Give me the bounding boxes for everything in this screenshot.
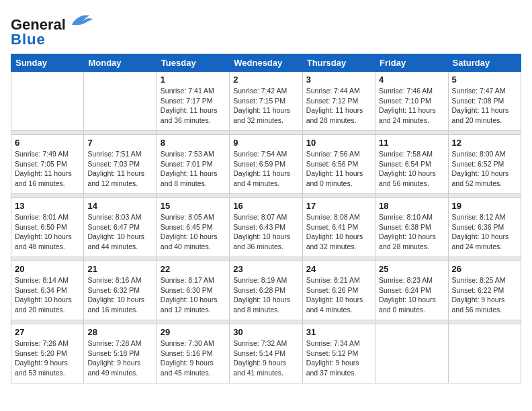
- day-number: 25: [379, 264, 444, 274]
- page-header: General Blue: [11, 11, 521, 48]
- day-number: 27: [15, 327, 80, 337]
- calendar-cell: 6Sunrise: 7:49 AMSunset: 7:05 PMDaylight…: [11, 135, 84, 194]
- calendar-cell: 16Sunrise: 8:07 AMSunset: 6:43 PMDayligh…: [230, 198, 302, 257]
- day-detail: Sunrise: 8:21 AMSunset: 6:26 PMDaylight:…: [306, 275, 371, 315]
- day-detail: Sunrise: 8:05 AMSunset: 6:45 PMDaylight:…: [161, 212, 226, 252]
- calendar-cell: 28Sunrise: 7:28 AMSunset: 5:18 PMDayligh…: [84, 324, 157, 383]
- day-number: 13: [15, 201, 80, 211]
- day-detail: Sunrise: 8:25 AMSunset: 6:22 PMDaylight:…: [452, 275, 517, 315]
- day-number: 2: [233, 75, 298, 85]
- day-number: 26: [452, 264, 517, 274]
- day-detail: Sunrise: 7:53 AMSunset: 7:01 PMDaylight:…: [161, 149, 226, 189]
- day-detail: Sunrise: 7:54 AMSunset: 6:59 PMDaylight:…: [233, 149, 298, 189]
- day-detail: Sunrise: 7:49 AMSunset: 7:05 PMDaylight:…: [15, 149, 80, 189]
- day-number: 31: [306, 327, 371, 337]
- day-detail: Sunrise: 7:56 AMSunset: 6:56 PMDaylight:…: [306, 149, 371, 189]
- calendar-cell: 8Sunrise: 7:53 AMSunset: 7:01 PMDaylight…: [157, 135, 229, 194]
- calendar-cell: 5Sunrise: 7:47 AMSunset: 7:08 PMDaylight…: [448, 72, 521, 131]
- day-number: 18: [379, 201, 444, 211]
- calendar-cell: 26Sunrise: 8:25 AMSunset: 6:22 PMDayligh…: [448, 261, 521, 320]
- col-header-wednesday: Wednesday: [230, 54, 302, 72]
- calendar-cell: 24Sunrise: 8:21 AMSunset: 6:26 PMDayligh…: [302, 261, 375, 320]
- calendar-cell: 2Sunrise: 7:42 AMSunset: 7:15 PMDaylight…: [230, 72, 302, 131]
- calendar-cell: 14Sunrise: 8:03 AMSunset: 6:47 PMDayligh…: [84, 198, 157, 257]
- week-row-0: 1Sunrise: 7:41 AMSunset: 7:17 PMDaylight…: [11, 72, 521, 131]
- day-number: 3: [306, 75, 371, 85]
- day-number: 20: [15, 264, 80, 274]
- day-number: 16: [233, 201, 298, 211]
- calendar-cell: 3Sunrise: 7:44 AMSunset: 7:12 PMDaylight…: [302, 72, 375, 131]
- day-number: 17: [306, 201, 371, 211]
- day-detail: Sunrise: 7:30 AMSunset: 5:16 PMDaylight:…: [161, 338, 226, 378]
- col-header-tuesday: Tuesday: [157, 54, 229, 72]
- week-row-3: 20Sunrise: 8:14 AMSunset: 6:34 PMDayligh…: [11, 261, 521, 320]
- col-header-monday: Monday: [84, 54, 157, 72]
- day-number: 24: [306, 264, 371, 274]
- day-detail: Sunrise: 8:07 AMSunset: 6:43 PMDaylight:…: [233, 212, 298, 252]
- calendar-cell: 9Sunrise: 7:54 AMSunset: 6:59 PMDaylight…: [230, 135, 302, 194]
- week-row-4: 27Sunrise: 7:26 AMSunset: 5:20 PMDayligh…: [11, 324, 521, 383]
- logo: General Blue: [11, 11, 94, 48]
- day-detail: Sunrise: 7:32 AMSunset: 5:14 PMDaylight:…: [233, 338, 298, 378]
- day-detail: Sunrise: 8:16 AMSunset: 6:32 PMDaylight:…: [87, 275, 152, 315]
- day-detail: Sunrise: 7:41 AMSunset: 7:17 PMDaylight:…: [161, 86, 226, 126]
- day-detail: Sunrise: 7:44 AMSunset: 7:12 PMDaylight:…: [306, 86, 371, 126]
- logo-bird-icon: [67, 11, 94, 30]
- day-number: 21: [87, 264, 152, 274]
- calendar-cell: 4Sunrise: 7:46 AMSunset: 7:10 PMDaylight…: [375, 72, 448, 131]
- day-detail: Sunrise: 7:34 AMSunset: 5:12 PMDaylight:…: [306, 338, 371, 378]
- day-detail: Sunrise: 7:51 AMSunset: 7:03 PMDaylight:…: [87, 149, 152, 189]
- logo-blue: Blue: [11, 31, 46, 48]
- day-detail: Sunrise: 8:19 AMSunset: 6:28 PMDaylight:…: [233, 275, 298, 315]
- day-detail: Sunrise: 8:03 AMSunset: 6:47 PMDaylight:…: [87, 212, 152, 252]
- calendar-cell: 20Sunrise: 8:14 AMSunset: 6:34 PMDayligh…: [11, 261, 84, 320]
- day-number: 29: [161, 327, 226, 337]
- calendar-cell: [11, 72, 84, 131]
- col-header-saturday: Saturday: [448, 54, 521, 72]
- day-number: 8: [161, 138, 226, 148]
- day-number: 12: [452, 138, 517, 148]
- col-header-sunday: Sunday: [11, 54, 84, 72]
- day-detail: Sunrise: 8:08 AMSunset: 6:41 PMDaylight:…: [306, 212, 371, 252]
- day-number: 1: [161, 75, 226, 85]
- day-number: 23: [233, 264, 298, 274]
- day-number: 11: [379, 138, 444, 148]
- calendar-cell: 25Sunrise: 8:23 AMSunset: 6:24 PMDayligh…: [375, 261, 448, 320]
- calendar-cell: 12Sunrise: 8:00 AMSunset: 6:52 PMDayligh…: [448, 135, 521, 194]
- day-detail: Sunrise: 7:26 AMSunset: 5:20 PMDaylight:…: [15, 338, 80, 378]
- day-number: 7: [87, 138, 152, 148]
- calendar-cell: 29Sunrise: 7:30 AMSunset: 5:16 PMDayligh…: [157, 324, 229, 383]
- calendar-cell: 22Sunrise: 8:17 AMSunset: 6:30 PMDayligh…: [157, 261, 229, 320]
- calendar-cell: 11Sunrise: 7:58 AMSunset: 6:54 PMDayligh…: [375, 135, 448, 194]
- calendar-cell: 27Sunrise: 7:26 AMSunset: 5:20 PMDayligh…: [11, 324, 84, 383]
- day-detail: Sunrise: 7:28 AMSunset: 5:18 PMDaylight:…: [87, 338, 152, 378]
- calendar-cell: 1Sunrise: 7:41 AMSunset: 7:17 PMDaylight…: [157, 72, 229, 131]
- calendar-cell: 31Sunrise: 7:34 AMSunset: 5:12 PMDayligh…: [302, 324, 375, 383]
- calendar-cell: 30Sunrise: 7:32 AMSunset: 5:14 PMDayligh…: [230, 324, 302, 383]
- day-detail: Sunrise: 7:47 AMSunset: 7:08 PMDaylight:…: [452, 86, 517, 126]
- calendar-header-row: SundayMondayTuesdayWednesdayThursdayFrid…: [11, 54, 521, 72]
- day-number: 22: [161, 264, 226, 274]
- day-detail: Sunrise: 8:14 AMSunset: 6:34 PMDaylight:…: [15, 275, 80, 315]
- day-number: 14: [87, 201, 152, 211]
- day-detail: Sunrise: 8:01 AMSunset: 6:50 PMDaylight:…: [15, 212, 80, 252]
- calendar-cell: [84, 72, 157, 131]
- calendar-cell: 23Sunrise: 8:19 AMSunset: 6:28 PMDayligh…: [230, 261, 302, 320]
- week-row-2: 13Sunrise: 8:01 AMSunset: 6:50 PMDayligh…: [11, 198, 521, 257]
- col-header-thursday: Thursday: [302, 54, 375, 72]
- day-number: 28: [87, 327, 152, 337]
- day-detail: Sunrise: 7:46 AMSunset: 7:10 PMDaylight:…: [379, 86, 444, 126]
- day-number: 5: [452, 75, 517, 85]
- calendar-cell: [448, 324, 521, 383]
- day-number: 4: [379, 75, 444, 85]
- calendar-cell: 15Sunrise: 8:05 AMSunset: 6:45 PMDayligh…: [157, 198, 229, 257]
- day-number: 9: [233, 138, 298, 148]
- day-detail: Sunrise: 8:00 AMSunset: 6:52 PMDaylight:…: [452, 149, 517, 189]
- logo-text: General: [11, 11, 94, 34]
- day-detail: Sunrise: 8:17 AMSunset: 6:30 PMDaylight:…: [161, 275, 226, 315]
- day-detail: Sunrise: 8:10 AMSunset: 6:38 PMDaylight:…: [379, 212, 444, 252]
- calendar-cell: 7Sunrise: 7:51 AMSunset: 7:03 PMDaylight…: [84, 135, 157, 194]
- day-number: 6: [15, 138, 80, 148]
- day-number: 30: [233, 327, 298, 337]
- calendar-cell: 18Sunrise: 8:10 AMSunset: 6:38 PMDayligh…: [375, 198, 448, 257]
